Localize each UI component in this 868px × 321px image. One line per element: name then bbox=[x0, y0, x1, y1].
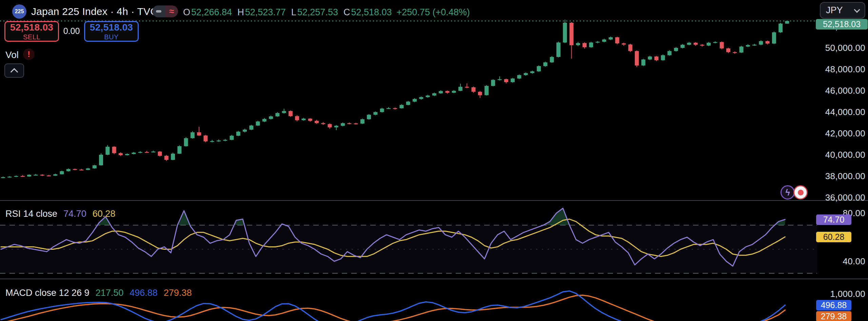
symbol-badge[interactable]: 225 bbox=[12, 4, 26, 19]
macd-legend-title: MACD close 12 26 9 bbox=[5, 288, 90, 298]
buy-button[interactable]: 52,518.03 BUY bbox=[84, 21, 139, 42]
instant-order-button[interactable]: ϟ bbox=[781, 185, 795, 200]
axis-tick-label[interactable]: 44,000.00 bbox=[817, 107, 865, 117]
open-label: O bbox=[183, 7, 190, 18]
sell-label: SELL bbox=[23, 33, 40, 41]
axis-tick-label[interactable]: 36,000.00 bbox=[817, 192, 865, 203]
axis-tick-label[interactable]: 40,000.00 bbox=[817, 150, 865, 160]
currency-value: JPY bbox=[826, 5, 843, 16]
open-value: 52,266.84 bbox=[191, 7, 232, 18]
collapse-button[interactable] bbox=[4, 63, 24, 78]
macd-legend-value: 496.88 bbox=[130, 288, 158, 298]
candles bbox=[1, 20, 789, 178]
sell-button[interactable]: 52,518.03 SELL bbox=[4, 21, 59, 42]
close-value: 52,518.03 bbox=[351, 7, 392, 18]
axis-tick-label[interactable]: 48,000.00 bbox=[817, 64, 865, 74]
macd-signal-legend-value: 279.38 bbox=[164, 288, 192, 298]
chevron-down-icon bbox=[854, 6, 860, 13]
rsi-ma-value-badge: 60.28 bbox=[816, 232, 851, 242]
spread-value: 0.00 bbox=[60, 26, 83, 36]
chevron-up-icon bbox=[11, 68, 18, 76]
axis-tick-label[interactable]: 42,000.00 bbox=[817, 128, 865, 138]
chart-style-toggle[interactable]: ≈ bbox=[152, 5, 178, 17]
ohlc-readout: O 52,266.84 H 52,523.77 L 52,257.53 C 52… bbox=[183, 7, 470, 18]
buy-price: 52,518.03 bbox=[90, 22, 133, 33]
trading-chart-screen: 225 Japan 225 Index · 4h · TVC ≈ O 52,26… bbox=[0, 0, 868, 321]
macd-hist-legend-value: 217.50 bbox=[96, 288, 124, 298]
macd-pane-legend[interactable]: MACD close 12 26 9 217.50 496.88 279.38 bbox=[5, 288, 192, 298]
low-value: 52,257.53 bbox=[297, 7, 338, 18]
macd-value-badge: 496.88 bbox=[816, 300, 851, 310]
minimize-icon[interactable] bbox=[152, 5, 165, 17]
rsi-ma-legend-value: 60.28 bbox=[93, 209, 116, 219]
rsi-legend-title: RSI 14 close bbox=[5, 209, 57, 219]
macd-signal-badge: 279.38 bbox=[816, 311, 851, 321]
record-dot-icon bbox=[798, 190, 804, 195]
axis-tick-label[interactable]: 50,000.00 bbox=[817, 43, 865, 53]
wave-icon[interactable]: ≈ bbox=[165, 5, 178, 17]
currency-selector[interactable]: JPY bbox=[820, 2, 865, 19]
rsi-value-badge: 74.70 bbox=[816, 214, 851, 225]
sell-price: 52,518.03 bbox=[10, 22, 53, 33]
axis-tick-label[interactable]: 40.00 bbox=[817, 256, 865, 266]
buy-label: BUY bbox=[104, 33, 119, 41]
macd-signal-line bbox=[1, 295, 785, 321]
high-label: H bbox=[237, 7, 244, 18]
change-value: +250.75 (+0.48%) bbox=[397, 7, 470, 18]
axis-tick-label[interactable]: 38,000.00 bbox=[817, 171, 865, 181]
rsi-legend-value: 74.70 bbox=[63, 209, 86, 219]
alert-icon[interactable]: ! bbox=[23, 49, 35, 60]
volume-indicator-label[interactable]: Vol bbox=[5, 50, 19, 60]
record-button[interactable] bbox=[793, 185, 808, 200]
chart-title[interactable]: Japan 225 Index · 4h · TVC bbox=[31, 6, 158, 17]
high-value: 52,523.77 bbox=[245, 7, 286, 18]
rsi-pane-legend[interactable]: RSI 14 close 74.70 60.28 bbox=[5, 209, 115, 219]
axis-tick-label[interactable]: 1,000.00 bbox=[817, 289, 865, 299]
low-label: L bbox=[291, 7, 296, 18]
close-label: C bbox=[343, 7, 350, 18]
chart-canvas[interactable] bbox=[0, 0, 868, 321]
current-price-badge: 52,518.03 bbox=[816, 19, 868, 30]
lightning-icon: ϟ bbox=[785, 188, 790, 197]
axis-tick-label[interactable]: 46,000.00 bbox=[817, 86, 865, 96]
